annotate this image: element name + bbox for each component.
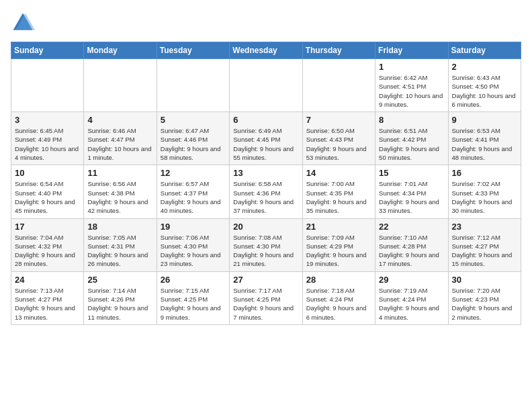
calendar-cell: 30Sunrise: 7:20 AM Sunset: 4:23 PM Dayli… <box>448 271 521 324</box>
logo <box>11 11 38 35</box>
day-info: Sunrise: 7:09 AM Sunset: 4:29 PM Dayligh… <box>306 233 371 269</box>
day-number: 22 <box>379 222 444 232</box>
weekday-header: Monday <box>84 42 157 59</box>
day-number: 17 <box>15 222 80 232</box>
calendar-cell: 20Sunrise: 7:08 AM Sunset: 4:30 PM Dayli… <box>230 218 302 271</box>
calendar-cell: 23Sunrise: 7:12 AM Sunset: 4:27 PM Dayli… <box>448 218 521 271</box>
calendar-cell: 21Sunrise: 7:09 AM Sunset: 4:29 PM Dayli… <box>302 218 375 271</box>
weekday-header: Friday <box>375 42 448 59</box>
day-number: 19 <box>161 222 226 232</box>
calendar-cell: 11Sunrise: 6:56 AM Sunset: 4:38 PM Dayli… <box>84 165 157 218</box>
header <box>11 11 521 35</box>
weekday-header: Saturday <box>448 42 521 59</box>
day-number: 12 <box>161 168 226 178</box>
calendar-cell: 26Sunrise: 7:15 AM Sunset: 4:25 PM Dayli… <box>157 271 229 324</box>
day-info: Sunrise: 7:02 AM Sunset: 4:33 PM Dayligh… <box>452 179 517 215</box>
day-info: Sunrise: 6:46 AM Sunset: 4:47 PM Dayligh… <box>87 126 152 162</box>
calendar-cell: 15Sunrise: 7:01 AM Sunset: 4:34 PM Dayli… <box>375 165 448 218</box>
calendar-week-row: 24Sunrise: 7:13 AM Sunset: 4:27 PM Dayli… <box>11 271 521 324</box>
day-number: 9 <box>452 115 517 125</box>
day-info: Sunrise: 7:19 AM Sunset: 4:24 PM Dayligh… <box>379 286 444 322</box>
day-info: Sunrise: 7:18 AM Sunset: 4:24 PM Dayligh… <box>306 286 371 322</box>
day-number: 14 <box>306 168 371 178</box>
day-info: Sunrise: 7:01 AM Sunset: 4:34 PM Dayligh… <box>379 179 444 215</box>
day-info: Sunrise: 7:12 AM Sunset: 4:27 PM Dayligh… <box>452 233 517 269</box>
day-info: Sunrise: 6:42 AM Sunset: 4:51 PM Dayligh… <box>379 73 444 109</box>
day-number: 4 <box>87 115 152 125</box>
day-number: 11 <box>87 168 152 178</box>
day-number: 7 <box>306 115 371 125</box>
calendar-cell <box>302 59 375 112</box>
calendar-cell: 3Sunrise: 6:45 AM Sunset: 4:49 PM Daylig… <box>11 112 84 165</box>
calendar-cell: 24Sunrise: 7:13 AM Sunset: 4:27 PM Dayli… <box>11 271 84 324</box>
day-info: Sunrise: 7:04 AM Sunset: 4:32 PM Dayligh… <box>15 233 80 269</box>
calendar-cell: 1Sunrise: 6:42 AM Sunset: 4:51 PM Daylig… <box>375 59 448 112</box>
calendar-cell <box>11 59 84 112</box>
day-info: Sunrise: 7:20 AM Sunset: 4:23 PM Dayligh… <box>452 286 517 322</box>
day-number: 20 <box>233 222 298 232</box>
day-info: Sunrise: 7:00 AM Sunset: 4:35 PM Dayligh… <box>306 179 371 215</box>
day-number: 30 <box>452 275 517 285</box>
day-info: Sunrise: 7:06 AM Sunset: 4:30 PM Dayligh… <box>161 233 226 269</box>
calendar-cell: 25Sunrise: 7:14 AM Sunset: 4:26 PM Dayli… <box>84 271 157 324</box>
day-info: Sunrise: 7:10 AM Sunset: 4:28 PM Dayligh… <box>379 233 444 269</box>
day-number: 10 <box>15 168 80 178</box>
calendar-cell: 6Sunrise: 6:49 AM Sunset: 4:45 PM Daylig… <box>230 112 302 165</box>
calendar-cell: 19Sunrise: 7:06 AM Sunset: 4:30 PM Dayli… <box>157 218 229 271</box>
day-number: 29 <box>379 275 444 285</box>
day-number: 18 <box>87 222 152 232</box>
day-number: 25 <box>87 275 152 285</box>
day-info: Sunrise: 6:47 AM Sunset: 4:46 PM Dayligh… <box>161 126 226 162</box>
calendar-week-row: 3Sunrise: 6:45 AM Sunset: 4:49 PM Daylig… <box>11 112 521 165</box>
day-number: 16 <box>452 168 517 178</box>
day-info: Sunrise: 7:05 AM Sunset: 4:31 PM Dayligh… <box>87 233 152 269</box>
calendar-cell: 29Sunrise: 7:19 AM Sunset: 4:24 PM Dayli… <box>375 271 448 324</box>
calendar-cell <box>230 59 302 112</box>
day-number: 1 <box>379 62 444 72</box>
calendar-cell: 10Sunrise: 6:54 AM Sunset: 4:40 PM Dayli… <box>11 165 84 218</box>
day-info: Sunrise: 6:58 AM Sunset: 4:36 PM Dayligh… <box>233 179 298 215</box>
day-info: Sunrise: 6:56 AM Sunset: 4:38 PM Dayligh… <box>87 179 152 215</box>
day-info: Sunrise: 7:14 AM Sunset: 4:26 PM Dayligh… <box>87 286 152 322</box>
day-number: 15 <box>379 168 444 178</box>
calendar-cell: 18Sunrise: 7:05 AM Sunset: 4:31 PM Dayli… <box>84 218 157 271</box>
calendar-cell: 4Sunrise: 6:46 AM Sunset: 4:47 PM Daylig… <box>84 112 157 165</box>
weekday-header: Sunday <box>11 42 84 59</box>
day-info: Sunrise: 7:08 AM Sunset: 4:30 PM Dayligh… <box>233 233 298 269</box>
calendar-cell: 13Sunrise: 6:58 AM Sunset: 4:36 PM Dayli… <box>230 165 302 218</box>
day-number: 13 <box>233 168 298 178</box>
calendar-cell: 28Sunrise: 7:18 AM Sunset: 4:24 PM Dayli… <box>302 271 375 324</box>
day-info: Sunrise: 7:15 AM Sunset: 4:25 PM Dayligh… <box>161 286 226 322</box>
day-number: 24 <box>15 275 80 285</box>
day-info: Sunrise: 6:53 AM Sunset: 4:41 PM Dayligh… <box>452 126 517 162</box>
day-number: 28 <box>306 275 371 285</box>
day-info: Sunrise: 6:54 AM Sunset: 4:40 PM Dayligh… <box>15 179 80 215</box>
calendar-cell: 5Sunrise: 6:47 AM Sunset: 4:46 PM Daylig… <box>157 112 229 165</box>
calendar-cell: 9Sunrise: 6:53 AM Sunset: 4:41 PM Daylig… <box>448 112 521 165</box>
calendar-cell: 12Sunrise: 6:57 AM Sunset: 4:37 PM Dayli… <box>157 165 229 218</box>
calendar-cell: 27Sunrise: 7:17 AM Sunset: 4:25 PM Dayli… <box>230 271 302 324</box>
day-number: 2 <box>452 62 517 72</box>
day-number: 6 <box>233 115 298 125</box>
day-info: Sunrise: 6:43 AM Sunset: 4:50 PM Dayligh… <box>452 73 517 109</box>
calendar-week-row: 1Sunrise: 6:42 AM Sunset: 4:51 PM Daylig… <box>11 59 521 112</box>
logo-icon <box>11 11 35 35</box>
weekday-header: Wednesday <box>230 42 302 59</box>
day-number: 8 <box>379 115 444 125</box>
calendar-table: SundayMondayTuesdayWednesdayThursdayFrid… <box>11 42 521 325</box>
calendar-cell: 7Sunrise: 6:50 AM Sunset: 4:43 PM Daylig… <box>302 112 375 165</box>
day-info: Sunrise: 6:49 AM Sunset: 4:45 PM Dayligh… <box>233 126 298 162</box>
calendar-cell <box>157 59 229 112</box>
calendar-week-row: 10Sunrise: 6:54 AM Sunset: 4:40 PM Dayli… <box>11 165 521 218</box>
calendar-cell <box>84 59 157 112</box>
day-number: 23 <box>452 222 517 232</box>
calendar-week-row: 17Sunrise: 7:04 AM Sunset: 4:32 PM Dayli… <box>11 218 521 271</box>
day-info: Sunrise: 6:57 AM Sunset: 4:37 PM Dayligh… <box>161 179 226 215</box>
day-number: 3 <box>15 115 80 125</box>
day-info: Sunrise: 7:17 AM Sunset: 4:25 PM Dayligh… <box>233 286 298 322</box>
day-number: 21 <box>306 222 371 232</box>
calendar-cell: 8Sunrise: 6:51 AM Sunset: 4:42 PM Daylig… <box>375 112 448 165</box>
calendar-cell: 17Sunrise: 7:04 AM Sunset: 4:32 PM Dayli… <box>11 218 84 271</box>
day-info: Sunrise: 7:13 AM Sunset: 4:27 PM Dayligh… <box>15 286 80 322</box>
day-info: Sunrise: 6:50 AM Sunset: 4:43 PM Dayligh… <box>306 126 371 162</box>
